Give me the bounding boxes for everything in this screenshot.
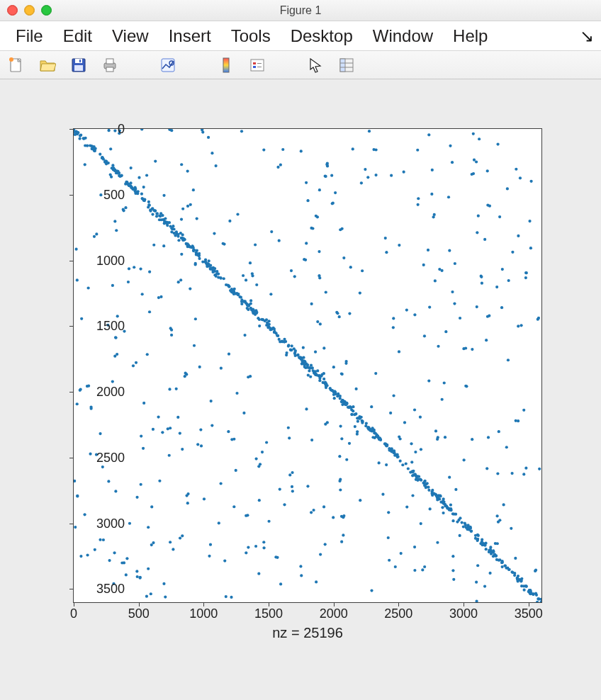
menu-file[interactable]: File — [6, 25, 53, 47]
svg-point-707 — [254, 545, 257, 548]
svg-point-537 — [361, 422, 364, 424]
svg-point-881 — [417, 203, 420, 206]
svg-point-357 — [508, 568, 511, 571]
svg-point-546 — [303, 366, 306, 368]
menu-window[interactable]: Window — [363, 25, 443, 47]
x-tick-label: 3000 — [449, 606, 478, 621]
y-tick-label: 0 — [68, 122, 125, 137]
new-file-icon[interactable] — [7, 56, 26, 74]
close-icon[interactable] — [7, 5, 18, 16]
svg-point-889 — [249, 261, 252, 264]
svg-point-1139 — [210, 152, 213, 154]
svg-point-591 — [268, 323, 271, 326]
svg-point-1008 — [316, 320, 319, 323]
svg-point-1123 — [454, 262, 456, 265]
svg-point-1166 — [498, 430, 500, 433]
svg-point-598 — [290, 349, 293, 351]
svg-point-919 — [148, 271, 151, 273]
menu-view[interactable]: View — [102, 25, 159, 47]
menu-overflow-icon[interactable]: ↘ — [580, 26, 595, 46]
svg-point-716 — [177, 281, 180, 283]
svg-point-786 — [496, 472, 499, 475]
figure-area: nz = 25196 05001000150020002500300035000… — [0, 79, 601, 700]
y-tick-label: 3000 — [68, 516, 125, 531]
svg-point-607 — [424, 482, 427, 485]
svg-point-629 — [449, 509, 452, 512]
menu-edit[interactable]: Edit — [53, 25, 102, 47]
svg-point-1097 — [167, 427, 169, 430]
svg-point-763 — [510, 527, 512, 530]
svg-point-576 — [213, 270, 216, 273]
svg-point-726 — [291, 490, 294, 492]
print-icon[interactable] — [101, 56, 119, 74]
svg-point-1048 — [245, 278, 247, 281]
svg-point-981 — [515, 168, 517, 171]
svg-point-435 — [365, 422, 368, 425]
menu-tools[interactable]: Tools — [221, 25, 281, 47]
svg-rect-13 — [251, 60, 264, 71]
svg-point-929 — [442, 499, 444, 502]
svg-point-673 — [388, 447, 391, 450]
svg-point-805 — [236, 213, 239, 215]
svg-point-1152 — [95, 232, 98, 235]
colorbar-icon[interactable] — [217, 56, 235, 74]
svg-point-747 — [242, 412, 245, 414]
svg-point-1116 — [79, 555, 82, 558]
svg-point-145 — [371, 436, 374, 439]
svg-point-712 — [203, 497, 206, 500]
svg-point-764 — [124, 206, 127, 209]
menu-insert[interactable]: Insert — [159, 25, 221, 47]
svg-point-691 — [529, 590, 532, 593]
svg-point-1135 — [392, 326, 395, 329]
svg-point-1104 — [340, 541, 343, 543]
svg-point-1128 — [324, 543, 327, 546]
svg-point-776 — [326, 164, 329, 167]
svg-point-749 — [451, 519, 454, 522]
svg-point-1102 — [366, 176, 369, 179]
data-cursor-icon[interactable] — [159, 56, 177, 74]
svg-rect-14 — [253, 62, 256, 64]
zoom-icon[interactable] — [41, 5, 52, 16]
svg-point-1173 — [152, 428, 155, 431]
svg-point-1059 — [498, 215, 501, 218]
svg-point-906 — [444, 436, 446, 439]
svg-point-1080 — [405, 308, 408, 311]
svg-point-732 — [486, 169, 489, 172]
save-icon[interactable] — [69, 56, 88, 74]
svg-point-730 — [349, 266, 352, 269]
svg-point-510 — [425, 486, 427, 489]
axes[interactable] — [74, 129, 541, 602]
svg-point-532 — [161, 214, 164, 217]
svg-point-995 — [360, 181, 363, 184]
svg-point-1015 — [387, 536, 390, 539]
svg-point-1113 — [486, 203, 489, 206]
minimize-icon[interactable] — [24, 5, 35, 16]
svg-point-1012 — [522, 409, 525, 412]
menu-desktop[interactable]: Desktop — [281, 25, 363, 47]
property-inspector-icon[interactable] — [337, 56, 356, 74]
svg-point-1143 — [141, 293, 144, 295]
svg-point-909 — [476, 564, 479, 567]
menu-help[interactable]: Help — [443, 25, 498, 47]
legend-icon[interactable] — [248, 56, 266, 74]
svg-point-976 — [342, 256, 345, 259]
svg-point-993 — [447, 196, 450, 198]
svg-point-821 — [524, 271, 527, 274]
svg-point-827 — [394, 565, 397, 568]
svg-point-555 — [141, 197, 144, 200]
svg-point-1174 — [247, 546, 249, 548]
svg-point-1145 — [485, 467, 488, 470]
svg-point-1159 — [519, 324, 522, 327]
svg-point-746 — [471, 348, 473, 351]
window-titlebar: Figure 1 — [0, 0, 601, 21]
svg-point-812 — [181, 208, 184, 210]
svg-point-1149 — [142, 402, 145, 405]
svg-point-565 — [163, 222, 166, 225]
svg-point-701 — [488, 315, 490, 317]
svg-point-353 — [519, 580, 522, 582]
open-folder-icon[interactable] — [38, 56, 57, 74]
pointer-icon[interactable] — [306, 56, 325, 74]
y-tick-label: 1000 — [68, 253, 125, 268]
svg-point-147 — [441, 506, 444, 509]
svg-point-585 — [489, 546, 492, 548]
